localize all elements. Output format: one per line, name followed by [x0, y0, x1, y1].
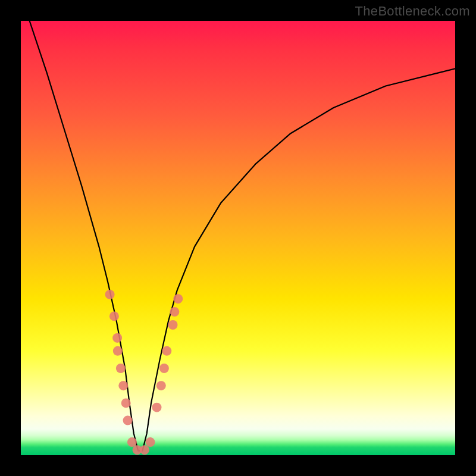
bottleneck-curve	[30, 21, 455, 451]
chart-frame: TheBottleneck.com	[0, 0, 476, 476]
curve-marker	[118, 381, 128, 390]
curve-marker	[127, 437, 137, 447]
curve-marker	[116, 364, 126, 373]
curve-marker	[123, 416, 133, 425]
curve-marker	[162, 346, 171, 356]
curve-marker	[168, 320, 178, 330]
curve-marker	[173, 294, 183, 303]
curve-marker	[121, 398, 131, 408]
curve-marker	[152, 403, 162, 412]
watermark-text: TheBottleneck.com	[355, 4, 470, 19]
bottleneck-curve-path	[30, 21, 455, 451]
curve-marker	[156, 381, 166, 390]
curve-markers	[105, 290, 183, 455]
curve-marker	[112, 333, 122, 343]
curve-marker	[170, 307, 179, 317]
curve-layer	[21, 21, 455, 455]
curve-marker	[109, 311, 119, 321]
curve-marker	[113, 346, 123, 356]
curve-marker	[159, 364, 169, 373]
curve-marker	[105, 290, 115, 299]
plot-area	[21, 21, 455, 455]
curve-marker	[140, 445, 149, 455]
curve-marker	[146, 437, 155, 447]
